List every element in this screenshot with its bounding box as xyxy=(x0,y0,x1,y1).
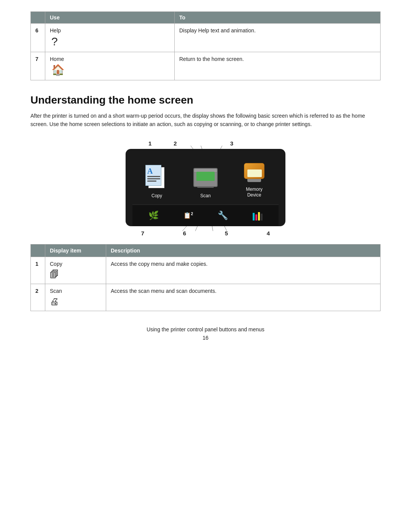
copy-icon-graphic: A xyxy=(143,164,170,191)
callout-num-7: 7 xyxy=(141,230,144,236)
screen-icon-copy[interactable]: A Copy xyxy=(143,164,170,198)
row-num: 2 xyxy=(31,284,45,311)
row-description: Access the scan menu and scan documents. xyxy=(106,284,381,311)
scan-feet xyxy=(197,186,214,188)
memory-graphic xyxy=(243,160,266,182)
scan-glass xyxy=(196,172,215,181)
scan-graphic xyxy=(193,168,218,187)
footer: Using the printer control panel buttons … xyxy=(30,326,381,341)
section-title: Understanding the home screen xyxy=(30,94,381,106)
copy-line xyxy=(147,176,160,177)
copy-page-front: A xyxy=(145,165,161,186)
callout-num-4: 4 xyxy=(267,230,270,236)
callout-num-5: 5 xyxy=(225,230,228,236)
screen-icon-scan[interactable]: Scan xyxy=(192,164,219,198)
copy-page-lines xyxy=(147,176,160,183)
help-icon: ? xyxy=(51,35,170,48)
memory-body xyxy=(244,163,264,179)
intro-text: After the printer is turned on and a sho… xyxy=(30,112,381,129)
row-item: Scan 🖨 xyxy=(45,284,106,311)
memory-label-sticker xyxy=(247,169,262,177)
memory-slot xyxy=(247,179,261,182)
callout-num-2: 2 xyxy=(174,140,177,147)
eco-icon[interactable]: 🌿 xyxy=(147,209,161,222)
bottom-table-header-num xyxy=(31,244,45,257)
use-label: Help xyxy=(50,27,61,34)
top-table-header-use: Use xyxy=(45,12,175,24)
home-icon: 🏠 xyxy=(51,64,170,76)
row-description: Access the copy menu and make copies. xyxy=(106,257,381,284)
table-row: 7 Home 🏠 Return to the home screen. xyxy=(31,52,381,80)
scan-label: Scan xyxy=(200,193,210,198)
table-row: 2 Scan 🖨 Access the scan menu and scan d… xyxy=(31,284,381,311)
row-use: Home 🏠 xyxy=(45,52,175,80)
screen-icon-memory[interactable]: MemoryDevice xyxy=(241,157,268,198)
top-table-header-num xyxy=(31,12,45,24)
top-table: Use To 6 Help ? Display Help text and an… xyxy=(30,11,381,80)
bottom-table-header-desc: Description xyxy=(106,244,381,257)
copy-page-a-letter: A xyxy=(147,167,153,176)
diagram-area: 1 2 3 A xyxy=(99,140,312,236)
scan-icon-graphic xyxy=(192,164,219,191)
row-to: Display Help text and animation. xyxy=(175,24,381,52)
footer-page: 16 xyxy=(30,335,381,341)
screen-mockup: A Copy xyxy=(126,149,285,226)
row-to: Return to the home screen. xyxy=(175,52,381,80)
table-row: 1 Copy 🗐 Access the copy menu and make c… xyxy=(31,257,381,284)
callout-num-6: 6 xyxy=(183,230,186,236)
row-num: 1 xyxy=(31,257,45,284)
screen-bottom-bar: 🌿 📋2 🔧 xyxy=(132,204,279,226)
top-table-header-to: To xyxy=(175,12,381,24)
copy-count-icon[interactable]: 📋2 xyxy=(182,209,195,222)
row-item: Copy 🗐 xyxy=(45,257,106,284)
screen-icons-row: A Copy xyxy=(132,157,279,202)
scan-item-icon: 🖨 xyxy=(50,296,101,307)
copy-line xyxy=(147,181,156,182)
copy-item-icon: 🗐 xyxy=(50,269,101,280)
item-label: Copy xyxy=(50,261,62,267)
memory-icon-graphic xyxy=(241,157,268,185)
callout-num-1: 1 xyxy=(148,140,151,147)
use-label: Home xyxy=(50,56,64,62)
memory-label: MemoryDevice xyxy=(246,187,262,198)
item-label: Scan xyxy=(50,288,62,294)
row-num: 6 xyxy=(31,24,45,52)
ink-icon[interactable] xyxy=(251,209,264,222)
bottom-table-header-item: Display item xyxy=(45,244,106,257)
footer-text: Using the printer control panel buttons … xyxy=(30,326,381,332)
wrench-icon[interactable]: 🔧 xyxy=(216,209,230,222)
bottom-table: Display item Description 1 Copy 🗐 Access… xyxy=(30,244,381,311)
copy-label: Copy xyxy=(151,193,162,198)
copy-line xyxy=(147,178,160,179)
table-row: 6 Help ? Display Help text and animation… xyxy=(31,24,381,52)
row-num: 7 xyxy=(31,52,45,80)
callout-num-3: 3 xyxy=(230,140,233,147)
row-use: Help ? xyxy=(45,24,175,52)
